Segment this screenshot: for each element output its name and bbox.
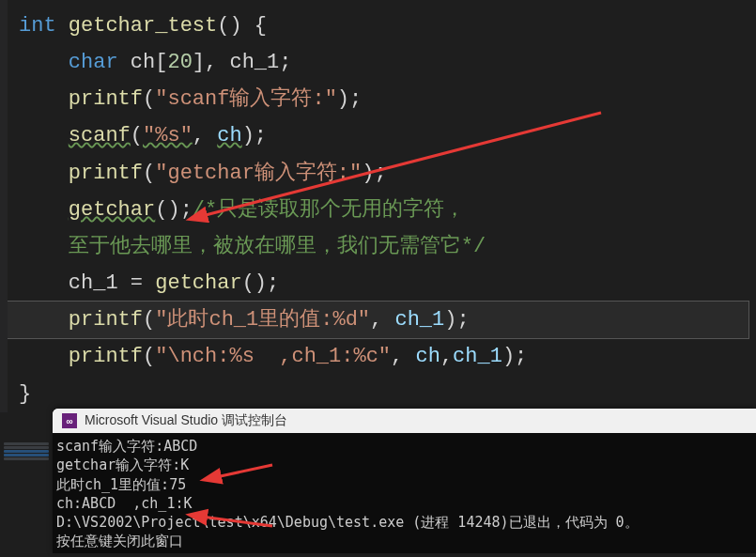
punct: ( [143, 162, 155, 185]
punct: , [370, 308, 394, 332]
variable: ch_1 [394, 308, 444, 332]
punct: , [440, 345, 453, 368]
console-title-text: Microsoft Visual Studio 调试控制台 [85, 412, 287, 429]
code-line: scanf("%s", ch); [8, 117, 756, 154]
punct: ( [143, 308, 155, 332]
vs-icon: ∞ [62, 413, 77, 428]
punct: ); [502, 345, 527, 368]
variable: ch [415, 345, 440, 368]
printf-call: printf [69, 308, 143, 332]
printf-call: printf [69, 345, 143, 368]
punct: ); [337, 87, 362, 111]
printf-call: printf [69, 87, 143, 111]
punct: ); [444, 308, 469, 332]
code-line: ch_1 = getchar(); [8, 265, 756, 302]
console-line: 按任意键关闭此窗口 [56, 532, 752, 550]
code-line: printf("scanf输入字符:"); [8, 81, 756, 117]
punct: ( [143, 87, 155, 111]
comment: 至于他去哪里，被放在哪里，我们无需管它*/ [69, 235, 486, 258]
number: 20 [167, 51, 192, 74]
code-editor[interactable]: int getchar_test() { char ch[20], ch_1; … [0, 0, 756, 412]
console-line: ch:ABCD ,ch_1:K [56, 494, 752, 513]
punct: ); [362, 162, 386, 185]
string-literal: "%s" [143, 124, 193, 147]
printf-call: printf [69, 162, 143, 185]
punct: , [391, 345, 415, 368]
code-line: 至于他去哪里，被放在哪里，我们无需管它*/ [8, 228, 756, 265]
punct: ], ch_1; [193, 51, 292, 74]
console-line: D:\VS2002\Project\test\x64\Debug\test.ex… [56, 513, 752, 532]
closing-brace: } [19, 382, 31, 406]
getchar-call: getchar [155, 271, 241, 295]
minimap-fragment [0, 441, 53, 545]
code-line: } [8, 376, 756, 412]
punct: ch[ [118, 51, 168, 74]
getchar-call: getchar [69, 198, 155, 222]
punct: ; [180, 198, 193, 222]
punct: ); [242, 124, 267, 147]
editor-gutter [0, 0, 8, 412]
code-line: int getchar_test() { [8, 8, 756, 44]
code-line: printf("\nch:%s ,ch_1:%c", ch,ch_1); [8, 338, 756, 375]
console-line: 此时ch_1里的值:75 [56, 475, 752, 494]
code-line-current: printf("此时ch_1里的值:%d", ch_1); [8, 302, 748, 338]
console-titlebar[interactable]: ∞ Microsoft Visual Studio 调试控制台 [53, 409, 756, 433]
code-line: getchar();/*只是读取那个无用的字符， [8, 192, 756, 228]
scanf-call: scanf [69, 124, 131, 147]
function-name: getchar_test [69, 14, 217, 38]
string-literal: "\nch:%s ,ch_1:%c" [155, 345, 391, 368]
punct: ( [131, 124, 143, 147]
keyword-int: int [19, 14, 56, 38]
string-literal: "此时ch_1里的值:%d" [155, 308, 370, 332]
comment: /*只是读取那个无用的字符， [193, 198, 465, 222]
string-literal: "getchar输入字符:" [155, 162, 362, 185]
string-literal: "scanf输入字符:" [155, 87, 337, 111]
variable: ch_1 [453, 345, 502, 368]
punct: () { [217, 14, 267, 38]
punct: , [193, 124, 217, 147]
assignment: ch_1 = [69, 271, 155, 295]
console-output[interactable]: scanf输入字符:ABCD getchar输入字符:K 此时ch_1里的值:7… [53, 433, 756, 553]
keyword-char: char [69, 51, 118, 74]
punct: ( [143, 345, 155, 368]
code-line: printf("getchar输入字符:"); [8, 155, 756, 192]
console-line: scanf输入字符:ABCD [56, 437, 752, 456]
variable: ch [217, 124, 241, 147]
console-line: getchar输入字符:K [56, 456, 752, 474]
punct: () [155, 198, 179, 222]
code-line: char ch[20], ch_1; [8, 44, 756, 81]
debug-console-window[interactable]: ∞ Microsoft Visual Studio 调试控制台 scanf输入字… [53, 409, 756, 553]
punct: (); [242, 271, 280, 295]
